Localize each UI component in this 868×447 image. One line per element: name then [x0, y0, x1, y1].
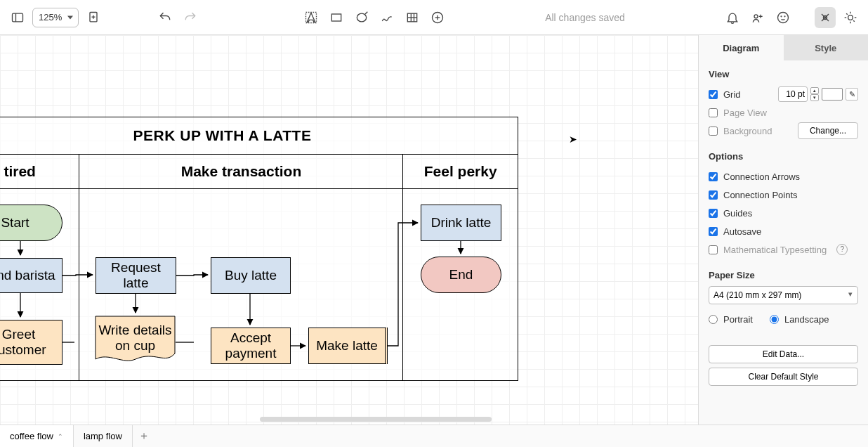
background-checkbox[interactable]: [709, 127, 718, 136]
clear-style-button[interactable]: Clear Default Style: [709, 368, 858, 386]
math-help-icon[interactable]: ?: [836, 244, 848, 255]
svg-rect-0: [13, 13, 23, 22]
share-button[interactable]: [747, 7, 768, 28]
landscape-radio[interactable]: [770, 315, 779, 324]
new-page-button[interactable]: [83, 7, 104, 28]
pageview-checkbox[interactable]: [709, 108, 718, 117]
node-write-details-label: Write details on cup: [95, 323, 176, 358]
shape-tools: [301, 7, 448, 28]
conn-arrows-label: Connection Arrows: [723, 171, 800, 182]
node-greet-customer[interactable]: Greet customer: [0, 320, 63, 365]
guides-checkbox[interactable]: [709, 209, 718, 218]
svg-point-22: [784, 15, 785, 16]
conn-points-checkbox[interactable]: [709, 190, 718, 200]
svg-line-29: [846, 13, 848, 15]
grid-color-swatch[interactable]: [822, 88, 843, 101]
node-drink-latte[interactable]: Drink latte: [421, 205, 501, 241]
background-label: Background: [723, 126, 772, 136]
lane-header-feel-tired[interactable]: Feel tired: [0, 155, 79, 188]
horizontal-scrollbar[interactable]: [260, 417, 492, 422]
page-tab-label: lamp flow: [84, 431, 122, 441]
cursor-icon: ➤: [569, 134, 577, 145]
pageview-label: Page View: [723, 108, 767, 118]
tab-diagram[interactable]: Diagram: [699, 35, 784, 60]
toggle-sidebar-button[interactable]: [7, 7, 28, 28]
diagram-title[interactable]: PERK UP WITH A LATTE: [0, 117, 518, 154]
guides-label: Guides: [723, 208, 752, 219]
save-status: All changes saved: [545, 12, 625, 23]
grid-step-down[interactable]: ▾: [810, 94, 819, 101]
right-toolbar-group: [722, 7, 861, 28]
grid-label: Grid: [723, 89, 741, 100]
canvas[interactable]: PERK UP WITH A LATTE Feel tired Make tra…: [0, 35, 698, 425]
toggle-format-panel-button[interactable]: [815, 7, 836, 28]
freehand-tool-button[interactable]: [376, 7, 397, 28]
svg-line-9: [365, 11, 367, 13]
node-find-barista[interactable]: Find barista: [0, 258, 63, 293]
page-tab-coffee-flow[interactable]: coffee flow ⌃: [0, 425, 74, 447]
options-heading: Options: [709, 151, 858, 162]
paper-heading: Paper Size: [709, 270, 858, 280]
grid-step-up[interactable]: ▴: [810, 87, 819, 94]
paper-size-select[interactable]: A4 (210 mm x 297 mm): [709, 286, 858, 304]
redo-button[interactable]: [180, 7, 201, 28]
autosave-checkbox[interactable]: [709, 227, 718, 236]
undo-button[interactable]: [154, 7, 176, 28]
svg-line-30: [853, 20, 855, 22]
grid-checkbox[interactable]: [709, 90, 718, 99]
svg-point-17: [754, 14, 758, 18]
toolbar: 125% All changes saved: [0, 0, 868, 35]
node-end[interactable]: End: [421, 257, 501, 293]
theme-toggle-button[interactable]: [840, 7, 861, 28]
page-tab-label: coffee flow: [10, 431, 53, 441]
table-tool-button[interactable]: [402, 7, 423, 28]
node-make-latte[interactable]: Make latte: [308, 328, 388, 364]
svg-point-20: [777, 12, 788, 22]
portrait-label: Portrait: [723, 314, 753, 325]
autosave-label: Autosave: [723, 226, 761, 237]
swimlane-container[interactable]: PERK UP WITH A LATTE Feel tired Make tra…: [0, 117, 518, 381]
node-accept-payment[interactable]: Accept payment: [211, 328, 291, 364]
grid-color-edit-button[interactable]: ✎: [846, 88, 858, 101]
comments-button[interactable]: [772, 7, 794, 28]
node-request-latte[interactable]: Request latte: [96, 257, 176, 294]
add-shape-button[interactable]: [427, 7, 448, 28]
svg-point-21: [781, 15, 782, 16]
page-tabs-bar: coffee flow ⌃ lamp flow ＋: [0, 425, 868, 447]
math-label: Mathematical Typesetting: [723, 245, 827, 255]
conn-arrows-checkbox[interactable]: [709, 172, 718, 181]
chevron-up-icon: ⌃: [58, 433, 63, 440]
lane-headers: Feel tired Make transaction Feel perky: [0, 154, 518, 189]
rectangle-tool-button[interactable]: [326, 7, 347, 28]
tab-style[interactable]: Style: [784, 35, 869, 60]
ellipse-tool-button[interactable]: [351, 7, 372, 28]
background-change-button[interactable]: Change...: [798, 122, 858, 139]
lane-header-feel-perky[interactable]: Feel perky: [403, 155, 518, 188]
format-panel: Diagram Style View Grid ▴▾ ✎ Page View: [698, 35, 868, 425]
grid-size-input[interactable]: [778, 86, 808, 102]
svg-point-24: [848, 15, 853, 20]
svg-marker-5: [307, 13, 315, 22]
svg-rect-7: [331, 14, 341, 21]
view-heading: View: [709, 69, 858, 79]
page-tab-lamp-flow[interactable]: lamp flow: [74, 425, 133, 447]
svg-point-8: [357, 13, 366, 22]
node-write-details[interactable]: Write details on cup: [95, 316, 176, 365]
portrait-radio[interactable]: [709, 315, 718, 324]
text-tool-button[interactable]: [301, 7, 322, 28]
lane-header-make-transaction[interactable]: Make transaction: [79, 155, 403, 188]
add-page-button[interactable]: ＋: [133, 425, 155, 447]
landscape-label: Landscape: [784, 314, 829, 325]
edit-data-button[interactable]: Edit Data...: [709, 345, 858, 363]
node-buy-latte[interactable]: Buy latte: [211, 257, 291, 294]
notifications-button[interactable]: [722, 7, 743, 28]
node-start[interactable]: Start: [0, 205, 63, 241]
zoom-select[interactable]: 125%: [32, 8, 79, 27]
math-checkbox[interactable]: [709, 245, 718, 254]
conn-points-label: Connection Points: [723, 190, 798, 200]
